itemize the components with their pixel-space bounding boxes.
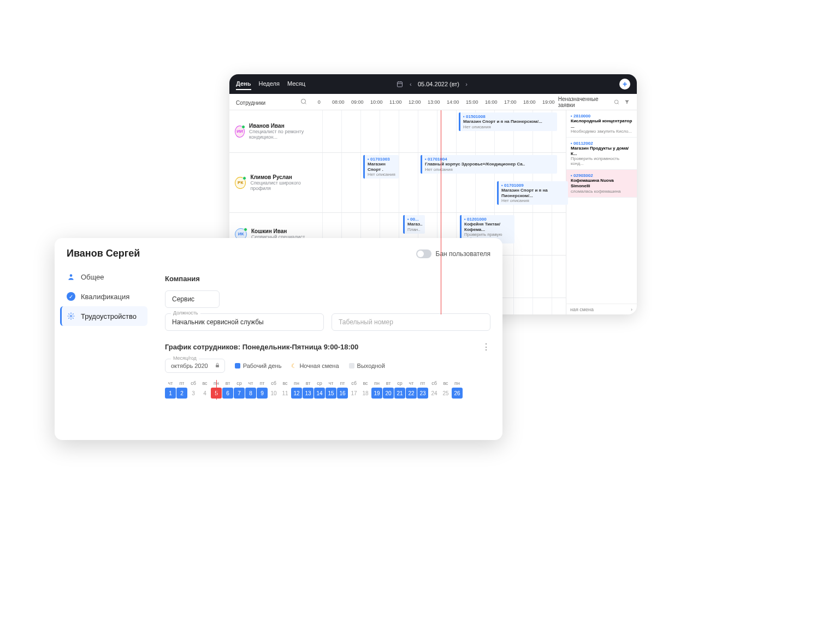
task-title: Магазин Спорт и я на Пионерском/... — [501, 188, 565, 198]
svg-line-5 — [305, 103, 306, 104]
task-card[interactable]: ▪ 00... Магаз.. План.. — [403, 215, 425, 234]
shift-footer: ная смена› — [566, 304, 637, 314]
task-title: Кислородный концентратор ... — [571, 118, 632, 129]
unassigned-card[interactable]: ▪ 00112002 Магазин Продукты у дома/К... … — [566, 138, 637, 170]
task-desc: Необходимо закупить Кисло... — [571, 129, 632, 134]
position-field[interactable]: Должность Начальник сервисной службы — [165, 313, 324, 331]
calendar-day[interactable]: пт 2 — [176, 381, 187, 399]
time-tick: 16:00 — [482, 99, 501, 105]
calendar-day[interactable]: чт 22 — [406, 381, 417, 399]
profile-content: Компания Сервис Должность Начальник серв… — [153, 267, 502, 440]
nav-item-qualification[interactable]: ✓ Квалификация — [60, 287, 147, 306]
schedule-title: График сотрудников: Понедельник-Пятница … — [165, 343, 358, 351]
calendar-day[interactable]: пн 5 — [211, 381, 222, 399]
calendar-day[interactable]: пн 19 — [371, 381, 382, 399]
check-icon: ✓ — [67, 292, 75, 301]
legend-work: Рабочий день — [235, 362, 282, 369]
employee-row[interactable]: РК Климов Руслан Специалист широкого про… — [229, 153, 322, 213]
calendar-day[interactable]: сб 3 — [188, 381, 199, 399]
employee-name: Климов Руслан — [250, 174, 317, 180]
timeline-row[interactable]: ▪ 01501008 Магазин Спорт и я на Пионерск… — [322, 110, 566, 153]
calendar-day[interactable]: чт 15 — [326, 381, 336, 399]
tab-week[interactable]: Неделя — [259, 78, 280, 90]
task-card[interactable]: ▪ 01701009 Магазин Спорт и я на Пионерск… — [497, 181, 568, 205]
calendar-day[interactable]: ср 14 — [314, 381, 325, 399]
task-code: ▪ 01701003 — [368, 157, 396, 162]
calendar-day[interactable]: пн 26 — [452, 381, 463, 399]
tab-day[interactable]: День — [236, 78, 251, 90]
current-date[interactable]: 05.04.2022 (вт) — [418, 81, 459, 87]
calendar-day[interactable]: чт 1 — [165, 381, 176, 399]
avatar: РК — [235, 177, 246, 189]
calendar-day[interactable]: пт 23 — [417, 381, 428, 399]
task-code: ▪ 01201000 — [464, 217, 512, 222]
svg-point-4 — [301, 99, 305, 104]
calendar-day[interactable]: вс 11 — [280, 381, 291, 399]
task-title: Магазин Спорт . — [368, 162, 396, 172]
filter-icon[interactable] — [624, 98, 630, 106]
calendar-day[interactable]: сб 17 — [348, 381, 359, 399]
nav-item-employment[interactable]: Трудоустройство — [60, 306, 147, 326]
calendar-day[interactable]: вс 25 — [440, 381, 451, 399]
task-title: Кофейня Тиктак/Кофема... — [464, 222, 512, 232]
task-title: Главный корпус Здоровье+/Кондиционер Са.… — [425, 162, 554, 167]
month-picker[interactable]: Месяц/год октябрь 2020 — [165, 359, 225, 373]
calendar-day[interactable]: вт 20 — [383, 381, 394, 399]
time-tick: 13:00 — [424, 99, 443, 105]
time-tick: 10:00 — [367, 99, 386, 105]
more-icon[interactable]: ⋮ — [482, 342, 490, 352]
svg-line-7 — [618, 103, 619, 104]
company-field[interactable]: Сервис — [165, 290, 220, 308]
calendar-icon[interactable] — [396, 80, 404, 88]
calendar-day[interactable]: вс 18 — [360, 381, 371, 399]
time-tick: 11:00 — [386, 99, 405, 105]
calendar-day[interactable]: чт 8 — [245, 381, 256, 399]
tabnum-field[interactable]: Табельный номер — [332, 313, 490, 331]
task-card[interactable]: ▪ 01701003 Магазин Спорт . Нет описания — [363, 155, 399, 179]
profile-card: Иванов Сергей Бан пользователя Общее ✓ К… — [55, 238, 502, 440]
task-title: Магазин Спорт и я на Пионерском/... — [463, 119, 554, 124]
time-tick: 12:00 — [405, 99, 424, 105]
calendar-day[interactable]: пн 12 — [291, 381, 302, 399]
legend-night: ☾Ночная смена — [291, 362, 339, 370]
time-tick: 09:00 — [348, 99, 367, 105]
ban-toggle[interactable]: Бан пользователя — [416, 249, 491, 258]
task-code: ▪ 02903002 — [571, 173, 632, 178]
schedule-tabs: День Неделя Месяц — [236, 78, 305, 90]
add-button[interactable]: + — [619, 79, 630, 90]
section-company-title: Компания — [165, 275, 490, 283]
svg-point-6 — [615, 100, 619, 104]
search-icon[interactable] — [300, 98, 307, 105]
unassigned-card[interactable]: ▪ 02903002 Кофемашина Nuova Simonelli сл… — [566, 170, 637, 197]
search-icon[interactable] — [613, 98, 620, 106]
unassigned-card[interactable]: ▪ 2810000 Кислородный концентратор ... Н… — [566, 110, 637, 138]
task-code: ▪ 00112002 — [571, 141, 632, 146]
employee-name: Иванов Иван — [249, 123, 317, 129]
task-code: ▪ 00... — [407, 217, 422, 222]
task-desc: Нет описания — [368, 172, 396, 177]
task-code: ▪ 01701004 — [425, 157, 554, 162]
chevron-left-icon[interactable]: ‹ — [407, 80, 415, 88]
employee-name: Кошкин Иван — [251, 228, 305, 234]
tab-month[interactable]: Месяц — [287, 78, 305, 90]
toggle-switch[interactable] — [416, 249, 431, 258]
calendar-day[interactable]: ср 7 — [234, 381, 245, 399]
gear-icon — [67, 312, 75, 320]
employee-row[interactable]: ИИ Иванов Иван Специалист по ремонту кон… — [229, 110, 322, 153]
calendar-day[interactable]: пт 9 — [257, 381, 268, 399]
chevron-right-icon[interactable]: › — [463, 80, 470, 88]
task-card[interactable]: ▪ 01501008 Магазин Спорт и я на Пионерск… — [459, 112, 557, 131]
calendar-day[interactable]: ср 21 — [394, 381, 405, 399]
calendar-day[interactable]: сб 10 — [268, 381, 279, 399]
task-desc: Нет описания — [463, 124, 554, 129]
timeline-row[interactable]: ▪ 01701003 Магазин Спорт . Нет описания▪… — [322, 153, 566, 213]
profile-header: Иванов Сергей Бан пользователя — [55, 238, 502, 267]
unassigned-column: ▪ 2810000 Кислородный концентратор ... Н… — [566, 110, 637, 314]
calendar-day[interactable]: пт 16 — [337, 381, 348, 399]
task-desc: Нет описания — [501, 198, 565, 203]
calendar-day[interactable]: вт 6 — [222, 381, 233, 399]
calendar-day[interactable]: сб 24 — [429, 381, 440, 399]
nav-item-general[interactable]: Общее — [60, 267, 147, 287]
calendar-day[interactable]: вс 4 — [199, 381, 210, 399]
calendar-day[interactable]: вт 13 — [303, 381, 313, 399]
